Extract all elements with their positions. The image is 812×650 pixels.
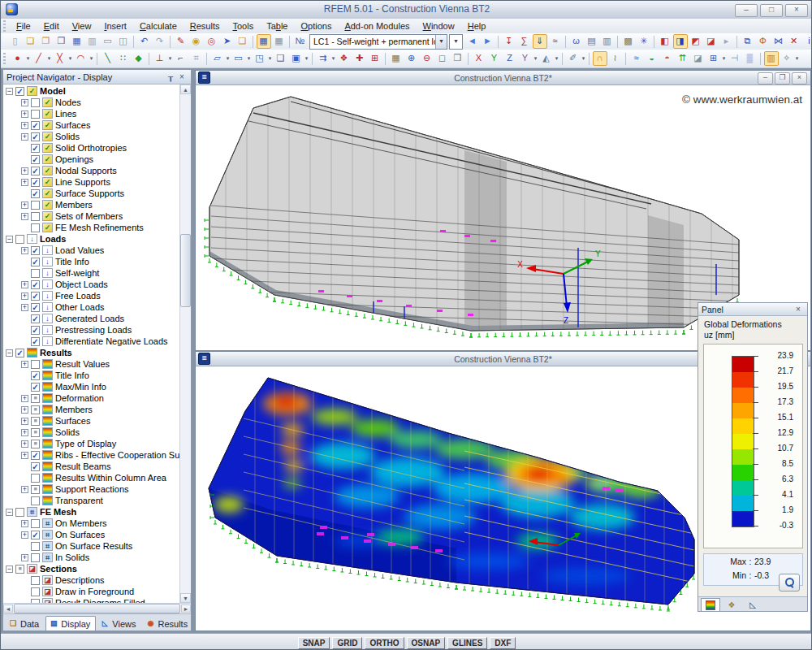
show-cube-icon[interactable]: ◻: [435, 51, 450, 66]
trajectories-icon[interactable]: ⇈: [676, 51, 690, 66]
viewport-close-button[interactable]: ×: [792, 72, 807, 84]
tree-item-title-info[interactable]: ✓Title Info: [21, 370, 179, 381]
mesh-generate-icon[interactable]: ▦: [389, 51, 404, 66]
status-dxf-button[interactable]: DXF: [490, 637, 516, 649]
tab-data[interactable]: ❑Data: [5, 616, 45, 630]
tree-item-surfaces[interactable]: +■Surfaces: [21, 415, 179, 427]
tree-expander[interactable]: +: [21, 247, 28, 254]
tree-item-surface-supports[interactable]: ✓✓Surface Supports: [21, 188, 179, 199]
zoom-target-icon[interactable]: ◎: [205, 34, 219, 49]
panel-title-bar[interactable]: Panel ×: [698, 303, 807, 316]
scrollbar-track[interactable]: [180, 94, 191, 593]
tree-item-result-values[interactable]: +Result Values: [21, 358, 179, 370]
tree-expander[interactable]: +: [21, 452, 28, 459]
tree-checkbox[interactable]: ■: [31, 485, 40, 494]
vertical-scrollbar[interactable]: ▲ ▼: [179, 84, 191, 603]
tree-item-members[interactable]: +✓Members: [21, 199, 179, 210]
tree-checkbox[interactable]: [31, 201, 40, 210]
show-cubes-icon[interactable]: ❒: [451, 51, 465, 66]
new-file-icon[interactable]: ▯: [8, 34, 23, 49]
print-icon[interactable]: ▭: [101, 34, 115, 49]
scroll-left-icon[interactable]: ◄: [3, 604, 13, 613]
tree-expander[interactable]: −: [6, 349, 13, 357]
calculation-icon[interactable]: ✳: [637, 34, 651, 49]
menu-insert[interactable]: Insert: [97, 20, 133, 32]
move-copy-icon[interactable]: ✐: [566, 51, 581, 66]
print-preview-icon[interactable]: ◫: [116, 34, 131, 49]
show-load-values-icon[interactable]: ∑: [517, 34, 532, 49]
tree-item-free-loads[interactable]: +✓↓Free Loads: [21, 290, 179, 301]
status-ortho-button[interactable]: ORTHO: [365, 637, 404, 649]
select-window-icon[interactable]: ⊞: [368, 51, 382, 66]
tree-item-object-loads[interactable]: +✓↓Object Loads: [21, 279, 179, 290]
menu-table[interactable]: Table: [260, 20, 294, 32]
isometric-view-icon[interactable]: ◭: [539, 51, 554, 66]
tree-checkbox[interactable]: ✓: [31, 326, 40, 335]
view-in-minus-y-icon[interactable]: Y: [518, 51, 533, 66]
menu-add-on-modules[interactable]: Add-on Modules: [338, 20, 416, 32]
tree-checkbox[interactable]: ✓: [31, 246, 40, 255]
dropdown-arrow-icon[interactable]: ▾: [167, 55, 173, 62]
fe-mesh-settings-icon[interactable]: ▩: [621, 34, 636, 49]
renumber-objects-icon[interactable]: ⇉: [316, 51, 330, 66]
tree-checkbox[interactable]: ■: [31, 428, 40, 437]
solid-icon[interactable]: ◳: [253, 51, 267, 66]
menu-file[interactable]: File: [10, 20, 37, 32]
panel-tab-color-scale[interactable]: [701, 598, 720, 611]
tree-checkbox[interactable]: ✓: [31, 531, 40, 540]
member-release-icon[interactable]: ≀: [608, 51, 623, 66]
scroll-down-icon[interactable]: ▼: [180, 593, 191, 603]
tree-item-generated-loads[interactable]: ✓↓Generated Loads: [21, 313, 179, 324]
support-icon[interactable]: ⊥: [153, 51, 167, 66]
contour-fill-icon[interactable]: ◒: [645, 51, 659, 66]
panel-tab-factors[interactable]: ❖: [722, 598, 741, 611]
node-icon[interactable]: ●: [11, 51, 25, 66]
tree-item-on-surfaces[interactable]: +✓⌗On Surfaces: [21, 529, 179, 540]
maximize-button[interactable]: □: [760, 4, 783, 17]
tree-item-fe-mesh[interactable]: −⌗FE Mesh: [6, 506, 179, 518]
tree-checkbox[interactable]: [31, 269, 40, 278]
tree-expander[interactable]: +: [21, 167, 28, 175]
tree-item-title-info[interactable]: ✓↓Title Info: [21, 256, 179, 267]
results-view-4-icon[interactable]: ◪: [704, 34, 719, 49]
close-icon[interactable]: ×: [176, 72, 188, 81]
opening-icon[interactable]: ▣: [289, 51, 304, 66]
open-file-icon[interactable]: ❏: [24, 34, 38, 49]
viewport-minimize-button[interactable]: –: [758, 72, 773, 84]
tree-checkbox[interactable]: ✓: [15, 87, 24, 96]
section-plane-icon[interactable]: ◪: [691, 51, 706, 66]
view-in-x-icon[interactable]: X: [472, 51, 486, 66]
tree-checkbox[interactable]: [31, 553, 40, 562]
hinge-icon[interactable]: ⌐: [174, 51, 188, 66]
tree-item-results[interactable]: −✓Results: [6, 347, 179, 358]
save-project-icon[interactable]: ❒: [54, 34, 69, 49]
tree-checkbox[interactable]: ✓: [31, 167, 40, 176]
dropdown-arrow-icon[interactable]: ▾: [330, 55, 336, 62]
tree-checkbox[interactable]: [31, 360, 40, 369]
close-button[interactable]: ×: [785, 4, 808, 17]
scrollbar-thumb[interactable]: [180, 234, 191, 307]
tree-item-solids[interactable]: +■Solids: [21, 427, 179, 438]
tree-item-fe-mesh-refinements[interactable]: ✓FE Mesh Refinements: [21, 222, 179, 233]
tree-checkbox[interactable]: ✓: [31, 132, 40, 141]
tree-checkbox[interactable]: ✓: [15, 349, 24, 358]
display-properties-icon[interactable]: ✧: [780, 51, 794, 66]
tree-checkbox[interactable]: ✓: [31, 155, 40, 164]
tree-expander[interactable]: +: [21, 99, 28, 106]
tree-checkbox[interactable]: ✓: [31, 121, 40, 130]
tree-expander[interactable]: +: [21, 202, 28, 209]
tree-item-openings[interactable]: ✓✓Openings: [21, 154, 179, 165]
new-polygon-icon[interactable]: ✎: [174, 34, 188, 49]
tree-checkbox[interactable]: ✓: [31, 303, 40, 312]
tree-expander[interactable]: +: [21, 292, 28, 300]
show-results-icon[interactable]: ⇓: [533, 34, 547, 49]
tree-item-sets-of-members[interactable]: +✓Sets of Members: [21, 210, 179, 222]
tree-checkbox[interactable]: ✓: [31, 189, 40, 198]
tree-expander[interactable]: +: [21, 418, 28, 425]
smooth-grid-icon[interactable]: ▒: [743, 51, 758, 66]
tree-item-result-beams[interactable]: ✓Result Beams: [21, 461, 179, 472]
tree-expander[interactable]: +: [21, 110, 28, 118]
tree-item-solids[interactable]: +✓✓Solids: [21, 131, 179, 142]
redo-icon[interactable]: ↷: [153, 34, 167, 49]
tree-item-surfaces[interactable]: +✓✓Surfaces: [21, 119, 179, 131]
